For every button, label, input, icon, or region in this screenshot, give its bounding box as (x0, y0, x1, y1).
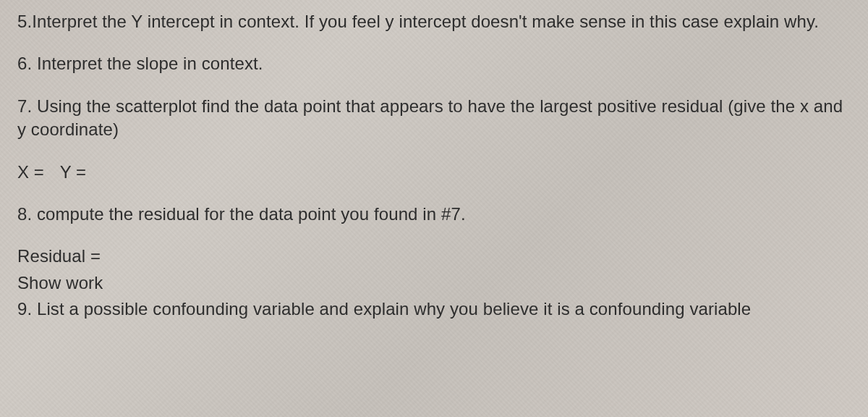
y-equals-label: Y = (60, 162, 86, 182)
question-6: 6. Interpret the slope in context. (17, 52, 851, 75)
x-equals-label: X = (17, 162, 44, 182)
show-work-label: Show work (17, 271, 851, 295)
question-8: 8. compute the residual for the data poi… (17, 203, 851, 226)
question-7: 7. Using the scatterplot find the data p… (17, 95, 851, 142)
question-7-answer-line: X =Y = (17, 161, 851, 184)
worksheet-page: 5.Interpret the Y intercept in context. … (0, 0, 868, 417)
residual-equals-label: Residual = (17, 245, 851, 268)
question-9: 9. List a possible confounding variable … (17, 298, 851, 321)
question-5: 5.Interpret the Y intercept in context. … (17, 10, 851, 33)
